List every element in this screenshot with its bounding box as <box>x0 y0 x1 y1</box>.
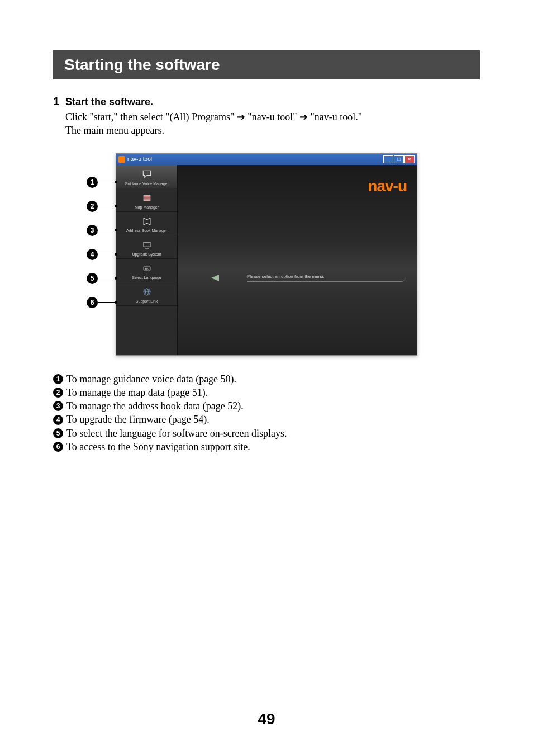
legend-item-4: 4 To upgrade the firmware (page 54). <box>53 413 480 426</box>
step-text-a: Click "start," then select "(All) Progra… <box>65 111 237 122</box>
app-window: nav-u tool _ □ ✕ Guidance Vo <box>116 153 417 356</box>
legend-text: To manage guidance voice data (page 50). <box>66 372 236 386</box>
step-text-b: "nav-u tool" <box>245 111 299 122</box>
legend-text: To access to the Sony navigation support… <box>66 440 250 453</box>
menu-label: Support Link <box>118 299 175 303</box>
legend-badge: 2 <box>53 388 63 398</box>
arrow-icon: ➔ <box>299 111 308 122</box>
titlebar: nav-u tool _ □ ✕ <box>116 154 417 165</box>
callout-line <box>98 206 116 206</box>
window-title: nav-u tool <box>127 156 152 162</box>
app-icon <box>118 156 125 163</box>
legend-item-6: 6 To access to the Sony navigation suppo… <box>53 440 480 453</box>
callout-line <box>98 182 116 182</box>
legend-text: To manage the address book data (page 52… <box>66 399 244 413</box>
menu-label: Upgrade System <box>118 252 175 256</box>
close-button[interactable]: ✕ <box>404 155 415 163</box>
legend-badge: 3 <box>53 401 63 411</box>
menu-label: Address Book Manager <box>118 229 175 233</box>
legend-badge: 5 <box>53 428 63 438</box>
legend-text: To manage the map data (page 51). <box>66 386 208 399</box>
menu-upgrade-system[interactable]: Upgrade System <box>116 235 177 259</box>
menu-support-link[interactable]: Support Link <box>116 282 177 306</box>
map-icon <box>118 192 175 204</box>
callout-badge: 1 <box>87 177 98 188</box>
step-line2: The main menu appears. <box>65 125 164 136</box>
legend-badge: 6 <box>53 442 63 452</box>
step-text-c: "nav-u tool." <box>308 111 362 122</box>
callout-2: 2 <box>87 201 116 212</box>
callout-badge: 5 <box>87 273 98 284</box>
step-number: 1 <box>53 95 65 108</box>
callout-line <box>98 230 116 230</box>
callout-5: 5 <box>87 273 116 284</box>
callout-line <box>98 302 116 303</box>
menu-label: Select Language <box>118 276 175 280</box>
sidebar: Guidance Voice Manager Map Manager <box>116 165 178 355</box>
step-title: Start the software. <box>65 96 153 108</box>
monitor-icon <box>118 239 175 251</box>
callout-badge: 4 <box>87 249 98 260</box>
section-heading: Starting the software <box>53 50 480 79</box>
globe-icon <box>118 286 175 298</box>
legend-item-3: 3 To manage the address book data (page … <box>53 399 480 413</box>
step-row: 1 Start the software. <box>53 95 480 108</box>
legend-text: To upgrade the firmware (page 54). <box>66 413 210 426</box>
svg-text:ABC: ABC <box>144 267 149 270</box>
callout-4: 4 <box>87 249 116 260</box>
legend-badge: 1 <box>53 374 63 384</box>
callout-badge: 6 <box>87 297 98 308</box>
callout-badge: 3 <box>87 225 98 236</box>
menu-guidance-voice[interactable]: Guidance Voice Manager <box>116 165 177 188</box>
svg-rect-2 <box>144 242 150 247</box>
callout-line <box>98 278 116 278</box>
menu-address-book[interactable]: Address Book Manager <box>116 212 177 235</box>
main-pane: nav-u Please select an option from the m… <box>178 165 417 355</box>
callout-6: 6 <box>87 297 116 308</box>
screenshot: 1 2 3 4 5 6 <box>116 153 417 356</box>
step-body: Click "start," then select "(All) Progra… <box>65 110 480 138</box>
minimize-button[interactable]: _ <box>383 155 393 163</box>
callout-1: 1 <box>87 177 116 188</box>
callout-line <box>98 254 116 254</box>
menu-label: Guidance Voice Manager <box>118 182 175 186</box>
speech-bubble-icon <box>118 168 175 181</box>
legend-item-5: 5 To select the language for software on… <box>53 427 480 440</box>
legend-text: To select the language for software on-s… <box>66 427 287 440</box>
menu-map-manager[interactable]: Map Manager <box>116 188 177 212</box>
page-number: 49 <box>0 710 533 728</box>
arrow-icon: ➔ <box>237 111 245 122</box>
menu-label: Map Manager <box>118 205 175 209</box>
prompt-arrow-icon <box>211 275 219 281</box>
callout-badge: 2 <box>87 201 98 212</box>
callout-3: 3 <box>87 225 116 236</box>
brand-logo: nav-u <box>368 177 407 195</box>
legend-item-1: 1 To manage guidance voice data (page 50… <box>53 372 480 386</box>
legend-badge: 4 <box>53 415 63 425</box>
maximize-button[interactable]: □ <box>394 155 404 163</box>
legend: 1 To manage guidance voice data (page 50… <box>53 372 480 454</box>
book-icon <box>118 215 175 228</box>
abc-icon: ABC <box>118 262 175 275</box>
prompt-text: Please select an option from the menu. <box>247 274 406 282</box>
menu-select-language[interactable]: ABC Select Language <box>116 259 177 282</box>
legend-item-2: 2 To manage the map data (page 51). <box>53 386 480 399</box>
